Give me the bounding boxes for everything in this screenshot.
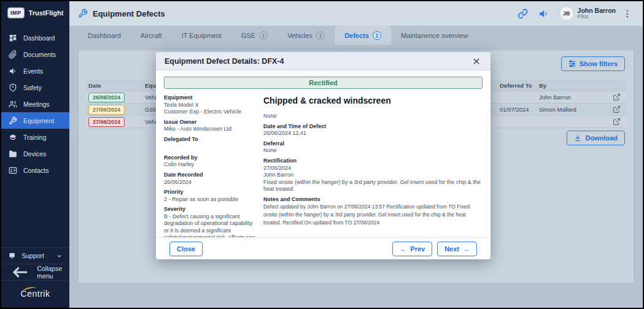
external-link-icon [613, 93, 621, 101]
tab-gse[interactable]: GSE1 [231, 26, 277, 45]
shield-icon [9, 83, 17, 92]
contact-card-icon [9, 166, 17, 175]
tab-it-equipment[interactable]: IT Equipment [172, 26, 231, 45]
rectification-date: 27/06/2024 [263, 165, 483, 172]
external-link-icon [613, 105, 621, 113]
collapse-menu-label: Collapse menu [37, 265, 62, 280]
rectification-text: Fixed onsite (within the hanger) by a 3r… [263, 179, 483, 193]
modal-footer: Close ←Prev Next→ [156, 237, 491, 259]
tab-dashboard[interactable]: Dashboard [78, 26, 131, 45]
user-role: Pilot [578, 14, 616, 20]
sidebar-item-label: Equipment [23, 117, 54, 124]
tab-label: Maintanence overview [401, 32, 468, 39]
open-defect-button[interactable] [612, 105, 621, 114]
defect-details-modal: Equipment Defect Details: DFX-4 Rectifie… [156, 52, 491, 259]
modal-body: Equipment Tesla Model X Customer Exp - E… [156, 89, 491, 237]
delegated-to-value [164, 143, 256, 151]
sidebar-item-safety[interactable]: Safety [1, 79, 69, 96]
sidebar-item-dashboard[interactable]: Dashboard [1, 29, 69, 46]
dashboard-icon [9, 34, 17, 42]
announcements-button[interactable] [536, 6, 552, 21]
status-badge: Rectified [164, 77, 483, 89]
sidebar-item-equipment[interactable]: Equipment [1, 112, 69, 129]
download-label: Download [585, 134, 618, 142]
tab-vehicles[interactable]: Vehicles1 [277, 26, 335, 45]
tab-label: Aircraft [141, 32, 162, 39]
sidebar-item-devices[interactable]: Devices [1, 145, 69, 162]
date-recorded-value: 26/06/2024 [164, 179, 256, 186]
close-button-label: Close [177, 245, 195, 253]
open-defect-button[interactable] [612, 93, 621, 102]
defect-datetime-value: 26/06/2024 12.41 [263, 130, 483, 137]
sidebar: IMP TrustFlight Dashboard Documents Even… [1, 1, 69, 308]
notes-text: Defect updated by John Barron on 27/06/2… [263, 203, 483, 226]
sidebar-item-label: Devices [23, 150, 46, 158]
description-value: None [263, 113, 483, 120]
share-link-button[interactable] [515, 6, 531, 21]
close-button[interactable]: Close [169, 242, 203, 256]
chevron-down-icon [56, 253, 62, 259]
download-icon [574, 134, 581, 142]
tab-maintenance-overview[interactable]: Maintanence overview [391, 26, 478, 45]
support-label: Support [21, 252, 44, 259]
sidebar-item-label: Training [23, 134, 47, 141]
people-icon [9, 100, 17, 109]
sidebar-item-events[interactable]: Events [1, 63, 69, 79]
tab-label: Vehicles [287, 32, 312, 39]
close-icon[interactable] [471, 56, 482, 67]
column-header-date[interactable]: Date [86, 82, 145, 89]
modal-title: Equipment Defect Details: DFX-4 [165, 57, 471, 66]
filter-sliders-icon [568, 60, 576, 67]
brand-name: TrustFlight [29, 9, 64, 17]
next-button[interactable]: Next→ [437, 242, 477, 256]
tab-count-badge: 1 [316, 31, 325, 40]
sidebar-item-documents[interactable]: Documents [1, 46, 69, 63]
sidebar-item-contacts[interactable]: Contacts [1, 162, 69, 178]
tab-count-badge: 2 [373, 31, 381, 40]
collapse-menu-button[interactable]: Collapse menu [1, 264, 69, 280]
collapse-icon [9, 261, 31, 283]
delegated-to-label: Delegated To [164, 136, 256, 143]
avatar: JB [559, 6, 574, 21]
deferral-value: None [263, 147, 483, 154]
priority-label: Priority [164, 189, 256, 196]
imp-logo: IMP [7, 7, 25, 18]
tab-label: GSE [241, 32, 255, 39]
download-button[interactable]: Download [567, 131, 625, 145]
modal-header: Equipment Defect Details: DFX-4 [156, 52, 491, 71]
show-filters-button[interactable]: Show filters [561, 56, 625, 71]
open-defect-button[interactable] [612, 117, 621, 126]
app-window: IMP TrustFlight Dashboard Documents Even… [0, 0, 644, 309]
prev-button[interactable]: ←Prev [392, 242, 432, 256]
by-cell: Simon Mallard [539, 106, 607, 113]
graduation-cap-icon [9, 133, 17, 142]
rectification-by: John Barron [263, 172, 483, 179]
external-link-icon [613, 118, 621, 126]
prev-button-label: Prev [410, 245, 425, 253]
megaphone-icon [9, 67, 17, 75]
issue-owner-value: Mike - Auto Windscreen Ltd [164, 126, 256, 133]
priority-value: 2 - Repair as soon as possible [164, 196, 256, 204]
deferral-label: Deferral [263, 140, 483, 148]
date-chip: 26/06/2024 [88, 93, 125, 102]
severity-label: Severity [164, 206, 256, 213]
tab-label: Defects [344, 32, 369, 39]
centrik-logo: Centrik [1, 280, 69, 308]
by-cell: John Barron [539, 94, 607, 101]
date-chip: 27/06/2024 [88, 105, 125, 115]
column-header-deferred-to[interactable]: Deferred To [491, 82, 539, 89]
sidebar-item-label: Dashboard [23, 34, 55, 42]
tab-label: IT Equipment [182, 32, 222, 39]
issue-owner-label: Issue Owner [164, 119, 256, 126]
user-menu[interactable]: JB John Barron Pilot [559, 6, 616, 21]
recorded-by-label: Recorded by [164, 154, 256, 162]
kebab-menu-icon[interactable]: ⋮ [621, 9, 634, 18]
sidebar-item-meetings[interactable]: Meetings [1, 96, 69, 112]
centrik-swoosh-icon [22, 286, 38, 291]
defect-title: Chipped & cracked windscreen [263, 96, 483, 105]
sidebar-item-training[interactable]: Training [1, 129, 69, 145]
tab-defects[interactable]: Defects2 [335, 26, 391, 45]
column-header-by[interactable]: By [539, 82, 607, 89]
date-recorded-label: Date Recorded [164, 172, 256, 179]
tab-aircraft[interactable]: Aircraft [131, 26, 172, 45]
